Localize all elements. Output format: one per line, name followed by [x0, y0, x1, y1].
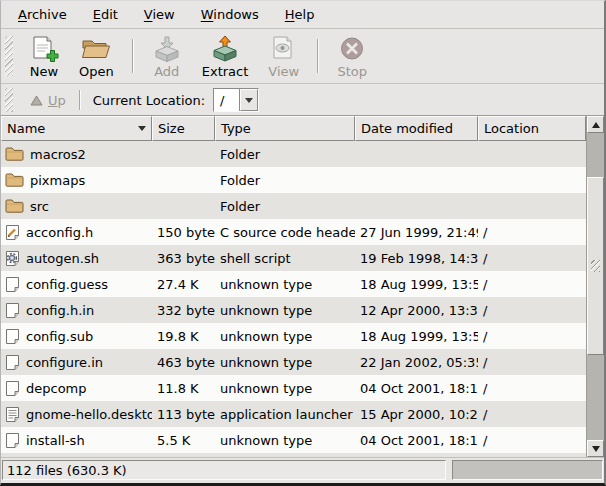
- file-row-install-sh[interactable]: install-sh5.5 Kunknown type04 Oct 2001, …: [1, 427, 586, 453]
- file-row-depcomp[interactable]: depcomp11.8 Kunknown type04 Oct 2001, 18…: [1, 375, 586, 401]
- column-header-date-modified[interactable]: Date modified: [355, 116, 478, 141]
- file-name: src: [30, 199, 49, 214]
- file-location: /: [478, 323, 586, 349]
- file-date-modified: 12 Apr 2000, 13:36: [355, 297, 478, 323]
- file-name: config.sub: [26, 329, 93, 344]
- new-button[interactable]: New: [21, 32, 67, 81]
- file-row-config.h.in[interactable]: config.h.in332 bytesunknown type12 Apr 2…: [1, 297, 586, 323]
- extract-icon: [210, 35, 240, 63]
- menu-item-windows[interactable]: Windows: [190, 4, 270, 25]
- file-location: /: [478, 375, 586, 401]
- toolbar-button-label: Open: [79, 64, 114, 79]
- file-name: install-sh: [26, 433, 85, 448]
- file-location: [478, 193, 586, 219]
- status-message-frame: 112 files (630.3 K): [2, 460, 446, 480]
- file-size: 363 bytes: [152, 245, 215, 271]
- file-date-modified: [355, 141, 478, 167]
- scrollbar-thumb[interactable]: [587, 177, 604, 355]
- menu-item-archive[interactable]: Archive: [7, 4, 78, 25]
- open-button[interactable]: Open: [71, 32, 122, 81]
- file-location: /: [478, 401, 586, 427]
- file-row-pixmaps[interactable]: pixmapsFolder: [1, 167, 586, 193]
- file-row-acconfig.h[interactable]: acconfig.h150 bytesC source code header2…: [1, 219, 586, 245]
- file-row-gnome-hello.desktop[interactable]: gnome-hello.desktop113 bytesapplication …: [1, 401, 586, 427]
- menu-bar: ArchiveEditViewWindowsHelp: [1, 1, 604, 29]
- stop-button[interactable]: Stop: [329, 32, 375, 81]
- folder-icon: [5, 146, 24, 162]
- file-location: [478, 167, 586, 193]
- document-icon: [5, 380, 20, 397]
- file-row-autogen.sh[interactable]: autogen.sh363 bytesshell script19 Feb 19…: [1, 245, 586, 271]
- file-name: macros2: [30, 147, 86, 162]
- document-icon: [5, 328, 20, 345]
- location-bar-drag-handle[interactable]: [5, 88, 13, 112]
- location-value[interactable]: /: [214, 89, 240, 111]
- document-icon: [5, 276, 20, 293]
- table-header: NameSizeTypeDate modifiedLocation: [1, 116, 586, 141]
- file-type: shell script: [215, 245, 355, 271]
- scroll-down-button[interactable]: [587, 440, 604, 457]
- file-size: [152, 167, 215, 193]
- view-file-icon: [271, 35, 297, 63]
- toolbar-drag-handle[interactable]: [5, 36, 13, 76]
- archive-manager-window: ArchiveEditViewWindowsHelp NewOpenAddExt…: [0, 0, 606, 486]
- file-list: macros2FolderpixmapsFoldersrcFolderaccon…: [1, 141, 586, 457]
- vertical-scrollbar: [586, 116, 604, 457]
- view-button[interactable]: View: [260, 32, 307, 81]
- file-size: 11.8 K: [152, 375, 215, 401]
- location-bar: Up Current Location: /: [1, 85, 604, 115]
- menu-item-view[interactable]: View: [133, 4, 186, 25]
- scroll-up-button[interactable]: [587, 116, 604, 133]
- scrollbar-track[interactable]: [587, 133, 604, 440]
- file-name: config.h.in: [26, 303, 94, 318]
- up-button-label: Up: [48, 93, 66, 108]
- file-row-src[interactable]: srcFolder: [1, 193, 586, 219]
- file-location: /: [478, 219, 586, 245]
- scrollbar-grip-icon: [591, 260, 600, 272]
- file-row-config.sub[interactable]: config.sub19.8 Kunknown type18 Aug 1999,…: [1, 323, 586, 349]
- column-header-size[interactable]: Size: [152, 116, 215, 141]
- toolbar-button-label: New: [30, 64, 58, 79]
- add-files-icon: [152, 35, 182, 63]
- toolbar-button-label: Stop: [337, 64, 367, 79]
- file-type: application launcher: [215, 401, 355, 427]
- file-date-modified: 19 Feb 1998, 14:31: [355, 245, 478, 271]
- file-row-config.guess[interactable]: config.guess27.4 Kunknown type18 Aug 199…: [1, 271, 586, 297]
- column-header-label: Date modified: [361, 121, 453, 136]
- file-type: unknown type: [215, 427, 355, 453]
- column-header-type[interactable]: Type: [215, 116, 355, 141]
- file-date-modified: 15 Apr 2000, 10:21: [355, 401, 478, 427]
- file-size: 113 bytes: [152, 401, 215, 427]
- file-name: autogen.sh: [26, 251, 99, 266]
- menu-item-help[interactable]: Help: [274, 4, 326, 25]
- column-header-name[interactable]: Name: [1, 116, 152, 141]
- file-type: Folder: [215, 193, 355, 219]
- open-archive-icon: [80, 35, 112, 63]
- location-dropdown-button[interactable]: [240, 89, 258, 111]
- file-name: depcomp: [26, 381, 87, 396]
- scroll-up-icon: [592, 122, 600, 128]
- file-date-modified: [355, 193, 478, 219]
- file-type: unknown type: [215, 349, 355, 375]
- add-button[interactable]: Add: [144, 32, 190, 81]
- c-header-icon: [5, 224, 20, 241]
- file-date-modified: 18 Aug 1999, 13:53: [355, 271, 478, 297]
- menu-item-edit[interactable]: Edit: [82, 4, 129, 25]
- file-row-configure.in[interactable]: configure.in463 bytesunknown type22 Jan …: [1, 349, 586, 375]
- file-size: 463 bytes: [152, 349, 215, 375]
- up-button[interactable]: Up: [23, 90, 73, 111]
- file-list-area: NameSizeTypeDate modifiedLocation macros…: [1, 115, 604, 457]
- folder-icon: [5, 198, 24, 214]
- column-header-label: Size: [158, 121, 185, 136]
- file-row-macros2[interactable]: macros2Folder: [1, 141, 586, 167]
- file-size: 5.5 K: [152, 427, 215, 453]
- extract-button[interactable]: Extract: [194, 32, 257, 81]
- column-header-location[interactable]: Location: [478, 116, 586, 141]
- file-location: /: [478, 349, 586, 375]
- scroll-down-icon: [592, 446, 600, 452]
- toolbar-button-label: Add: [154, 64, 179, 79]
- current-location-label: Current Location:: [93, 93, 205, 108]
- column-header-label: Location: [484, 121, 539, 136]
- toolbar-separator: [132, 39, 134, 73]
- document-icon: [5, 302, 20, 319]
